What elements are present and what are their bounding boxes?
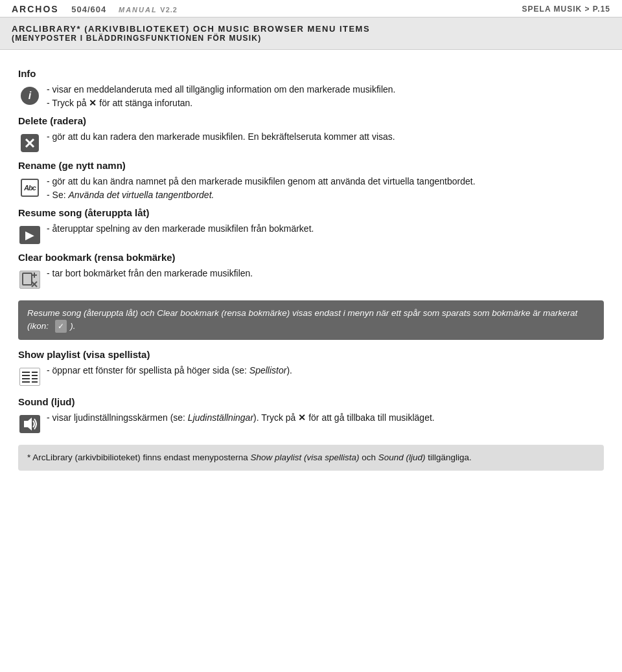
playlist-icon [18,365,41,388]
page-header: ARCHOS 504/604 MANUAL V2.2 SPELA MUSIK >… [0,0,622,17]
section-title-bar: ARCLIBRARY* (ARKIVBIBLIOTEKET) OCH MUSIC… [0,17,622,50]
footer-note-text: * ArcLibrary (arkivbibilioteket) finns e… [27,453,472,462]
sound-line1: - visar ljudinställningsskärmen (se: Lju… [47,411,604,425]
bookmark-icon-inline: ✓ [55,320,67,333]
sound-icon [18,412,41,436]
rename-line2: - Se: Använda det virtuella tangentborde… [47,188,604,202]
rename-row: Abc - gör att du kan ändra namnet på den… [18,175,604,202]
footer-note-box: * ArcLibrary (arkivbibilioteket) finns e… [18,445,604,471]
clear-heading: Clear bookmark (rensa bokmärke) [18,252,604,263]
resume-row: ▶ - återupptar spelning av den markerade… [18,222,604,247]
resume-icon: ▶ [18,223,41,247]
main-content: Info i - visar en meddelanderuta med all… [0,50,622,489]
resume-heading: Resume song (återuppta låt) [18,207,604,218]
delete-text: - gör att du kan radera den markerade mu… [47,130,604,144]
section-title-line1: ARCLIBRARY* (ARKIVBIBLIOTEKET) OCH MUSIC… [12,24,610,34]
svg-marker-15 [24,418,32,431]
nav-label: SPELA MUSIK > P.15 [522,5,610,14]
playlist-heading: Show playlist (visa spellista) [18,349,604,360]
playlist-text: - öppnar ett fönster för spellista på hö… [47,364,604,377]
sound-text: - visar ljudinställningsskärmen (se: Lju… [47,411,604,425]
playlist-line1: - öppnar ett fönster för spellista på hö… [47,364,604,377]
sound-row: - visar ljudinställningsskärmen (se: Lju… [18,411,604,436]
clear-line1: - tar bort bokmärket från den markerade … [47,267,604,280]
note-box: Resume song (återuppta låt) och Clear bo… [18,300,604,340]
info-line1: - visar en meddelanderuta med all tillgä… [47,83,604,96]
delete-icon [18,131,41,155]
info-heading: Info [18,68,604,79]
info-row: i - visar en meddelanderuta med all till… [18,83,604,110]
playlist-row: - öppnar ett fönster för spellista på hö… [18,364,604,388]
info-icon: i [18,84,41,107]
rename-text: - gör att du kan ändra namnet på den mar… [47,175,604,202]
delete-row: - gör att du kan radera den markerade mu… [18,130,604,155]
clear-icon [18,268,41,291]
brand-name: ARCHOS [12,4,59,14]
version-label: V2.2 [160,6,178,14]
manual-label: MANUAL [112,6,157,14]
header-left: ARCHOS 504/604 MANUAL V2.2 [12,4,178,14]
svg-rect-2 [23,273,32,285]
resume-line1: - återupptar spelning av den markerade m… [47,222,604,236]
clear-row: - tar bort bokmärket från den markerade … [18,267,604,291]
info-text: - visar en meddelanderuta med all tillgä… [47,83,604,110]
rename-line1: - gör att du kan ändra namnet på den mar… [47,175,604,188]
rename-heading: Rename (ge nytt namn) [18,160,604,171]
info-line2: - Tryck på ✕ för att stänga inforutan. [47,96,604,110]
delete-line1: - gör att du kan radera den markerade mu… [47,130,604,144]
clear-text: - tar bort bokmärket från den markerade … [47,267,604,280]
note-text: Resume song (återuppta låt) och Clear bo… [27,308,577,331]
rename-icon: Abc [18,176,41,199]
delete-heading: Delete (radera) [18,115,604,126]
resume-text: - återupptar spelning av den markerade m… [47,222,604,236]
section-title-line2: (MENYPOSTER I BLÄDDRINGSFUNKTIONEN FÖR M… [12,34,610,43]
sound-heading: Sound (ljud) [18,396,604,407]
model-name: 504/604 [71,5,106,14]
